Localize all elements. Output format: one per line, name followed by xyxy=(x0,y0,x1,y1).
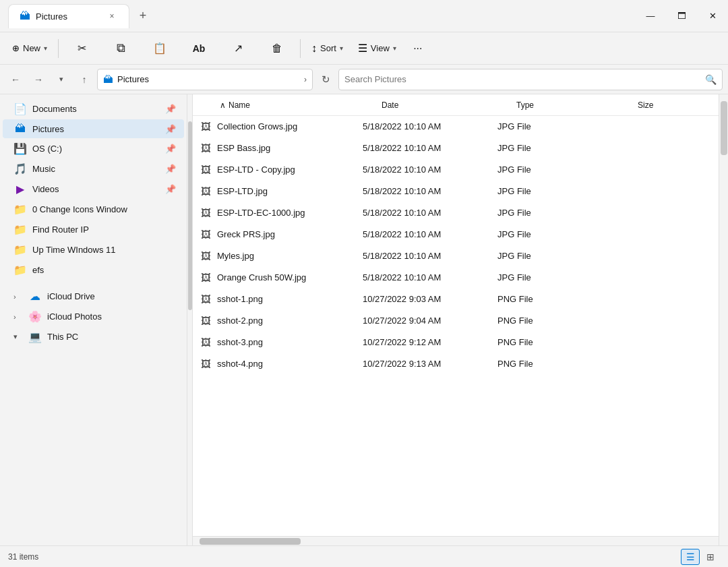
file-type: PNG File xyxy=(497,359,619,369)
close-tab-button[interactable]: × xyxy=(106,10,118,22)
sidebar-item-icloud-photos[interactable]: › 🌸 iCloud Photos xyxy=(3,307,184,326)
sidebar-scrollbar-thumb[interactable] xyxy=(188,121,192,310)
name-sort-arrow: ∧ xyxy=(220,100,226,110)
file-name: ESP-LTD-EC-1000.jpg xyxy=(217,208,363,218)
sort-label: Sort xyxy=(320,43,336,53)
sidebar-0-change-label: 0 Change Icons Window xyxy=(32,204,176,214)
documents-pin-icon: 📌 xyxy=(165,104,176,114)
file-date: 5/18/2022 10:10 AM xyxy=(363,186,497,196)
right-scrollbar[interactable] xyxy=(719,94,728,545)
file-row[interactable]: 🖼ESP-LTD - Copy.jpg5/18/2022 10:10 AMJPG… xyxy=(193,159,719,181)
recent-locations-button[interactable]: ▾ xyxy=(51,69,71,90)
sidebar-documents-label: Documents xyxy=(32,104,160,114)
file-row[interactable]: 🖼sshot-4.png10/27/2022 9:13 AMPNG File xyxy=(193,353,719,375)
search-box[interactable]: 🔍 xyxy=(338,69,723,90)
file-date: 5/18/2022 10:10 AM xyxy=(363,272,497,282)
sidebar-this-pc-label: This PC xyxy=(47,332,176,342)
sidebar-item-os-c[interactable]: 💾 OS (C:) 📌 xyxy=(3,139,184,158)
file-row[interactable]: 🖼sshot-1.png10/27/2022 9:03 AMPNG File xyxy=(193,289,719,310)
file-date: 5/18/2022 10:10 AM xyxy=(363,251,497,261)
file-type: JPG File xyxy=(497,143,619,153)
toolbar-separator-2 xyxy=(300,39,301,58)
sidebar-item-efs[interactable]: 📁 efs xyxy=(3,260,184,280)
search-input[interactable] xyxy=(344,74,701,84)
file-name: ESP-LTD.jpg xyxy=(217,186,363,196)
forward-button[interactable]: → xyxy=(28,69,49,90)
sidebar-music-label: Music xyxy=(32,164,160,174)
sidebar-item-0-change-icons[interactable]: 📁 0 Change Icons Window xyxy=(3,200,184,219)
file-row[interactable]: 🖼Collection Grows.jpg5/18/2022 10:10 AMJ… xyxy=(193,116,719,138)
file-name: sshot-1.png xyxy=(217,294,363,304)
right-scrollbar-thumb[interactable] xyxy=(721,101,727,155)
file-row[interactable]: 🖼ESP-LTD.jpg5/18/2022 10:10 AMJPG File xyxy=(193,181,719,202)
file-name: sshot-3.png xyxy=(217,337,363,347)
paste-icon: 📋 xyxy=(153,42,166,55)
title-bar: 🏔 Pictures × + — 🗖 ✕ xyxy=(0,0,728,32)
minimize-button[interactable]: — xyxy=(635,5,666,27)
address-folder-icon: 🏔 xyxy=(103,73,113,85)
horizontal-scrollbar[interactable] xyxy=(193,536,719,545)
more-button[interactable]: ··· xyxy=(404,35,431,62)
file-type: PNG File xyxy=(497,316,619,326)
sidebar-up-time-label: Up Time WIndows 11 xyxy=(32,245,176,255)
new-button[interactable]: ⊕ New ▾ xyxy=(5,35,54,62)
cut-button[interactable]: ✂ xyxy=(63,35,100,62)
sidebar-item-documents[interactable]: 📄 Documents 📌 xyxy=(3,99,184,119)
file-type: PNG File xyxy=(497,294,619,304)
title-tab[interactable]: 🏔 Pictures × xyxy=(8,4,129,28)
column-header-size[interactable]: Size xyxy=(635,100,710,110)
file-row[interactable]: 🖼Myles.jpg5/18/2022 10:10 AMJPG File xyxy=(193,245,719,267)
view-button[interactable]: ☰ View ▾ xyxy=(351,35,403,62)
sidebar-icloud-photos-label: iCloud Photos xyxy=(47,311,176,322)
file-row[interactable]: 🖼sshot-2.png10/27/2022 9:04 AMPNG File xyxy=(193,310,719,332)
file-type: JPG File xyxy=(497,208,619,218)
sidebar-item-pictures[interactable]: 🏔 Pictures 📌 xyxy=(3,119,184,138)
status-bar: 31 items ☰ ⊞ xyxy=(0,545,728,567)
folder-icon-1: 📁 xyxy=(13,223,27,236)
file-row[interactable]: 🖼ESP Bass.jpg5/18/2022 10:10 AMJPG File xyxy=(193,138,719,159)
paste-button[interactable]: 📋 xyxy=(141,35,179,62)
rename-button[interactable]: Ab xyxy=(180,35,218,62)
sidebar-item-music[interactable]: 🎵 Music 📌 xyxy=(3,159,184,179)
file-row[interactable]: 🖼Greck PRS.jpg5/18/2022 10:10 AMJPG File xyxy=(193,224,719,245)
file-row[interactable]: 🖼ESP-LTD-EC-1000.jpg5/18/2022 10:10 AMJP… xyxy=(193,202,719,224)
sidebar-item-find-router[interactable]: 📁 Find Router IP xyxy=(3,220,184,239)
up-button[interactable]: ↑ xyxy=(74,69,94,90)
file-type: JPG File xyxy=(497,186,619,196)
sidebar-item-videos[interactable]: ▶ Videos 📌 xyxy=(3,179,184,199)
sidebar-item-icloud-drive[interactable]: › ☁ iCloud Drive xyxy=(3,287,184,306)
videos-pin-icon: 📌 xyxy=(165,184,176,194)
file-type: JPG File xyxy=(497,121,619,131)
sidebar-item-this-pc[interactable]: ▾ 💻 This PC xyxy=(3,327,184,347)
delete-button[interactable]: 🗑 xyxy=(258,35,296,62)
icloud-photos-icon: 🌸 xyxy=(28,310,42,323)
folder-icon-3: 📁 xyxy=(13,264,27,276)
column-header-type[interactable]: Type xyxy=(514,100,635,110)
column-header-date[interactable]: Date xyxy=(379,100,514,110)
file-type-icon: 🖼 xyxy=(201,207,217,218)
sort-button[interactable]: ↕ Sort ▾ xyxy=(305,35,350,62)
close-window-button[interactable]: ✕ xyxy=(697,5,728,27)
file-row[interactable]: 🖼Orange Crush 50W.jpg5/18/2022 10:10 AMJ… xyxy=(193,267,719,289)
title-tab-icon: 🏔 xyxy=(20,10,30,22)
sidebar-scrollbar xyxy=(187,94,193,545)
column-header-name[interactable]: ∧ Name xyxy=(217,100,379,110)
address-box[interactable]: 🏔 Pictures › xyxy=(97,69,313,90)
file-type-icon: 🖼 xyxy=(201,121,217,132)
list-view-button[interactable]: ☰ xyxy=(681,549,700,565)
file-list-header: ∧ Name Date Type Size xyxy=(193,94,719,116)
grid-view-button[interactable]: ⊞ xyxy=(701,549,720,565)
refresh-button[interactable]: ↻ xyxy=(315,69,336,90)
sidebar-item-up-time[interactable]: 📁 Up Time WIndows 11 xyxy=(3,240,184,260)
cut-icon: ✂ xyxy=(78,42,86,55)
file-type-icon: 🖼 xyxy=(201,336,217,348)
rename-icon: Ab xyxy=(193,43,206,54)
back-button[interactable]: ← xyxy=(5,69,26,90)
copy-button[interactable]: ⧉ xyxy=(102,35,140,62)
file-type-icon: 🖼 xyxy=(201,293,217,305)
file-row[interactable]: 🖼sshot-3.png10/27/2022 9:12 AMPNG File xyxy=(193,332,719,353)
horizontal-scrollbar-thumb[interactable] xyxy=(200,538,301,545)
new-tab-button[interactable]: + xyxy=(132,5,154,27)
share-button[interactable]: ↗ xyxy=(219,35,257,62)
maximize-button[interactable]: 🗖 xyxy=(666,5,697,27)
